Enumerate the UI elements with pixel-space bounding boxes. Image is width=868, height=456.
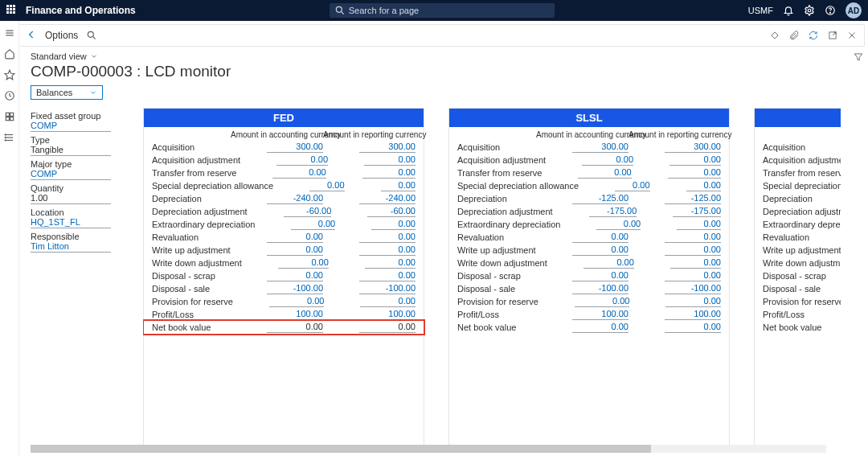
- horizontal-scrollbar[interactable]: [31, 445, 826, 453]
- gear-icon[interactable]: [804, 5, 815, 16]
- help-icon[interactable]: [825, 5, 836, 16]
- row-label: Disposal - scrap: [763, 271, 841, 281]
- row-value-reporting[interactable]: -125.00: [665, 193, 721, 204]
- row-value-reporting[interactable]: 300.00: [665, 142, 721, 153]
- field-value[interactable]: COMP: [31, 169, 111, 180]
- row-value-accounting[interactable]: 0.00: [267, 322, 323, 333]
- row-value-accounting[interactable]: 0.00: [572, 232, 628, 243]
- popout-icon[interactable]: [827, 30, 838, 41]
- row-value-reporting[interactable]: 0.00: [669, 154, 721, 166]
- row-value-accounting[interactable]: 0.00: [267, 244, 323, 256]
- field-value[interactable]: Tim Litton: [31, 241, 111, 253]
- legal-entity[interactable]: USMF: [748, 6, 773, 15]
- row-value-accounting[interactable]: 300.00: [572, 142, 628, 153]
- row-value-accounting[interactable]: 0.00: [267, 270, 323, 281]
- row-value-accounting[interactable]: 0.00: [278, 257, 329, 269]
- row-value-accounting[interactable]: 0.00: [572, 244, 628, 256]
- hamburger-icon[interactable]: [4, 27, 15, 39]
- diamond-icon[interactable]: [769, 30, 780, 41]
- refresh-icon[interactable]: [808, 30, 819, 41]
- modules-icon[interactable]: [4, 132, 15, 143]
- app-launcher-icon[interactable]: [6, 5, 18, 16]
- books-scroll-area[interactable]: FEDAmount in accounting currencyAmount i…: [143, 108, 841, 445]
- row-value-reporting[interactable]: 0.00: [665, 322, 721, 333]
- row-value-reporting[interactable]: 0.00: [677, 219, 721, 230]
- row-value-reporting[interactable]: 0.00: [371, 219, 416, 230]
- row-value-accounting[interactable]: 0.00: [572, 270, 628, 281]
- field-value[interactable]: COMP: [31, 121, 111, 132]
- row-value-reporting[interactable]: 0.00: [359, 244, 416, 256]
- row-value-reporting[interactable]: -240.00: [359, 193, 416, 204]
- row-value-accounting[interactable]: -125.00: [572, 193, 628, 204]
- field-value[interactable]: HQ_1ST_FL: [31, 217, 111, 228]
- row-value-reporting[interactable]: 0.00: [364, 154, 416, 166]
- row-value-reporting[interactable]: -100.00: [665, 283, 721, 294]
- row-value-accounting[interactable]: -240.00: [267, 193, 323, 204]
- row-value-accounting[interactable]: 100.00: [267, 309, 323, 320]
- options-tab[interactable]: Options: [45, 30, 78, 41]
- row-value-reporting[interactable]: 0.00: [665, 244, 721, 256]
- view-selector[interactable]: Standard view: [31, 51, 841, 61]
- row-value-reporting[interactable]: -175.00: [673, 206, 721, 217]
- row-value-reporting[interactable]: 0.00: [362, 167, 416, 179]
- row-value-accounting[interactable]: 100.00: [572, 309, 628, 320]
- row-label: Acquisition adjustment: [457, 155, 546, 166]
- row-value-accounting[interactable]: 0.00: [596, 219, 641, 230]
- attach-icon[interactable]: [788, 30, 800, 41]
- row-value-reporting[interactable]: 0.00: [686, 180, 721, 191]
- row-value-reporting[interactable]: 300.00: [359, 142, 416, 153]
- row-value-reporting[interactable]: 0.00: [381, 180, 416, 191]
- row-value-accounting[interactable]: 0.00: [572, 322, 628, 333]
- balance-row: Transfer from reserve0.00: [755, 166, 841, 179]
- row-value-accounting[interactable]: 0.00: [578, 167, 631, 179]
- row-value-accounting[interactable]: 300.00: [267, 142, 323, 153]
- row-value-accounting[interactable]: 0.00: [309, 180, 344, 191]
- balance-row: Disposal - sale-100.00-100.00: [449, 282, 729, 295]
- row-value-accounting[interactable]: -100.00: [267, 283, 323, 294]
- row-value-reporting[interactable]: 0.00: [665, 232, 721, 243]
- filter-pane-toggle[interactable]: [849, 47, 868, 456]
- row-value-reporting[interactable]: 0.00: [665, 270, 721, 281]
- row-value-accounting[interactable]: 0.00: [291, 219, 335, 230]
- star-icon[interactable]: [4, 69, 15, 80]
- close-icon[interactable]: [846, 30, 858, 41]
- row-value-accounting[interactable]: 0.00: [272, 167, 326, 179]
- row-value-accounting[interactable]: 0.00: [583, 257, 634, 269]
- row-value-accounting[interactable]: 0.00: [267, 232, 323, 243]
- global-search[interactable]: Search for a page: [330, 3, 555, 18]
- svg-point-4: [830, 12, 831, 13]
- row-value-accounting[interactable]: -100.00: [572, 283, 628, 294]
- back-button[interactable]: [26, 29, 37, 42]
- row-value-accounting[interactable]: -60.00: [284, 206, 332, 217]
- recent-icon[interactable]: [4, 90, 15, 101]
- row-value-reporting[interactable]: 0.00: [359, 322, 416, 333]
- row-value-accounting[interactable]: -175.00: [589, 206, 637, 217]
- row-label: Extraordinary depreciation: [152, 220, 255, 230]
- row-value-reporting[interactable]: 0.00: [670, 257, 721, 269]
- row-value-reporting[interactable]: -60.00: [367, 206, 416, 217]
- user-avatar[interactable]: AD: [845, 2, 862, 18]
- row-value-accounting[interactable]: 0.00: [276, 154, 328, 166]
- balance-row: Special depreciation allowance0.000.00: [144, 179, 424, 192]
- row-value-reporting[interactable]: -100.00: [359, 283, 416, 294]
- row-value-reporting[interactable]: 100.00: [359, 309, 416, 320]
- workspaces-icon[interactable]: [4, 111, 15, 122]
- scrollbar-thumb[interactable]: [31, 445, 651, 453]
- home-icon[interactable]: [4, 48, 15, 60]
- col-header-reporting: Amount in reporting currency: [628, 130, 721, 139]
- row-value-accounting[interactable]: 0.00: [269, 296, 325, 307]
- row-value-accounting[interactable]: 0.00: [575, 296, 630, 307]
- balances-dropdown[interactable]: Balances: [31, 85, 103, 100]
- search-icon[interactable]: [86, 30, 97, 41]
- row-value-accounting[interactable]: 0.00: [615, 180, 649, 191]
- row-value-reporting[interactable]: 0.00: [365, 257, 416, 269]
- row-value-reporting[interactable]: 100.00: [665, 309, 721, 320]
- bell-icon[interactable]: [783, 5, 794, 16]
- row-value-reporting[interactable]: 0.00: [359, 270, 416, 281]
- row-value-reporting[interactable]: 0.00: [668, 167, 721, 179]
- row-value-reporting[interactable]: 0.00: [359, 232, 416, 243]
- row-value-reporting[interactable]: 0.00: [360, 296, 416, 307]
- row-value-accounting[interactable]: 0.00: [582, 154, 633, 166]
- balance-row: Write down adjustment0.00: [755, 257, 841, 269]
- row-value-reporting[interactable]: 0.00: [665, 296, 721, 307]
